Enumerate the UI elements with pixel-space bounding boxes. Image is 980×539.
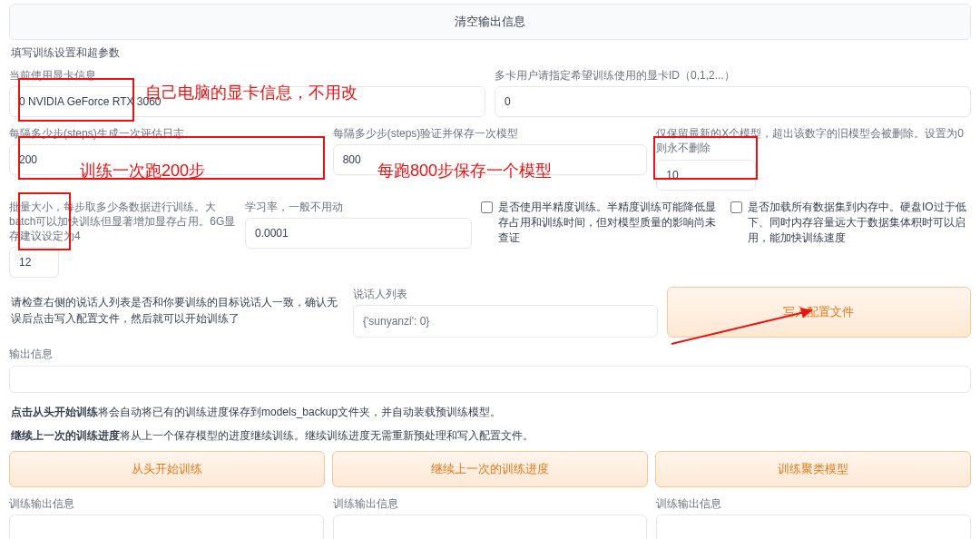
resume-training-button[interactable]: 继续上一次的训练进度 (332, 451, 648, 487)
clear-output-button[interactable]: 清空输出信息 (9, 4, 971, 40)
start-training-button[interactable]: 从头开始训练 (9, 451, 325, 487)
lr-label: 学习率，一般不用动 (245, 200, 472, 214)
train-cluster-button[interactable]: 训练聚类模型 (655, 451, 971, 487)
half-precision-checkbox[interactable]: 是否使用半精度训练。半精度训练可能降低显存占用和训练时间，但对模型质量的影响尚未… (481, 200, 721, 247)
output-info-label: 输出信息 (9, 347, 971, 361)
lr-input[interactable] (245, 218, 472, 249)
train-output-label-2: 训练输出信息 (333, 496, 648, 511)
multi-gpu-label: 多卡用户请指定希望训练使用的显卡ID（0,1,2...） (495, 68, 971, 83)
save-steps-input[interactable] (333, 144, 648, 175)
speaker-note: 请检查右侧的说话人列表是否和你要训练的目标说话人一致，确认无误后点击写入配置文件… (11, 294, 342, 327)
train-output-box-3 (656, 514, 971, 539)
train-output-box-2 (333, 514, 648, 539)
half-precision-box[interactable] (481, 201, 493, 213)
load-all-box[interactable] (730, 201, 742, 213)
gpu-info-input[interactable] (9, 86, 485, 117)
batch-label: 批量大小，每步取多少条数据进行训练。大batch可以加快训练但显著增加显存占用。… (9, 200, 236, 244)
batch-input[interactable] (9, 247, 59, 278)
speaker-list-label: 说话人列表 (353, 287, 657, 301)
gpu-info-label: 当前使用显卡信息 (9, 68, 485, 83)
load-all-label: 是否加载所有数据集到内存中。硬盘IO过于低下、同时内存容量远大于数据集体积时可以… (748, 200, 971, 247)
half-precision-label: 是否使用半精度训练。半精度训练可能降低显存占用和训练时间，但对模型质量的影响尚未… (498, 200, 721, 247)
train-output-box-1 (9, 514, 324, 539)
eval-steps-input[interactable] (9, 144, 324, 175)
eval-steps-label: 每隔多少步(steps)生成一次评估日志 (9, 126, 324, 141)
train-output-label-1: 训练输出信息 (9, 496, 324, 511)
keep-last-input[interactable] (656, 160, 756, 191)
train-note-1: 点击从头开始训练将会自动将已有的训练进度保存到models_backup文件夹，… (11, 404, 969, 420)
keep-last-label: 仅保留最新的X个模型，超出该数字的旧模型会被删除。设置为0则永不删除 (656, 126, 971, 155)
train-note-2: 继续上一次的训练进度将从上一个保存模型的进度继续训练。继续训练进度无需重新预处理… (11, 427, 969, 444)
train-output-label-3: 训练输出信息 (656, 496, 971, 511)
save-steps-label: 每隔多少步(steps)验证并保存一次模型 (333, 126, 648, 141)
section-title: 填写训练设置和超参数 (11, 45, 971, 61)
speaker-list-value: {'sunyanzi': 0} (353, 305, 657, 338)
load-all-checkbox[interactable]: 是否加载所有数据集到内存中。硬盘IO过于低下、同时内存容量远大于数据集体积时可以… (730, 200, 971, 247)
multi-gpu-input[interactable] (495, 86, 971, 117)
output-info-box (9, 366, 971, 393)
write-config-button[interactable]: 写入配置文件 (667, 287, 971, 338)
